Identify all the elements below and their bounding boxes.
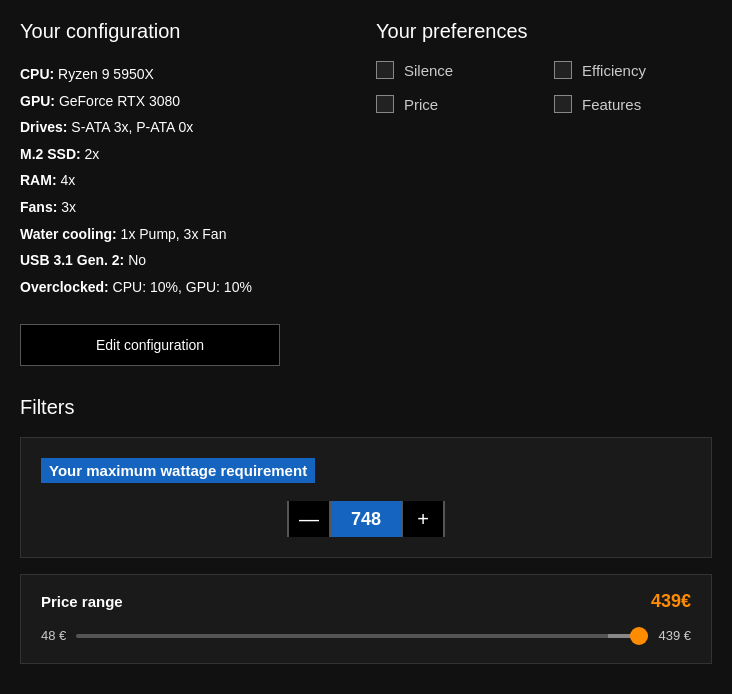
preference-label-price: Price <box>404 96 438 113</box>
preference-checkbox-features[interactable] <box>554 95 572 113</box>
preference-label-features: Features <box>582 96 641 113</box>
preferences-section: Your preferences Silence Efficiency Pric… <box>376 20 712 366</box>
config-list-item: Drives: S-ATA 3x, P-ATA 0x <box>20 114 356 141</box>
config-item-label: GPU: <box>20 93 55 109</box>
config-item-label: Fans: <box>20 199 57 215</box>
preference-item-efficiency: Efficiency <box>554 61 712 79</box>
config-item-label: Water cooling: <box>20 226 117 242</box>
wattage-right-separator <box>443 501 445 537</box>
config-item-value: No <box>124 252 146 268</box>
config-item-value: 3x <box>57 199 76 215</box>
wattage-decrease-button[interactable]: — <box>289 501 329 537</box>
config-item-label: Overclocked: <box>20 279 109 295</box>
wattage-card: Your maximum wattage requirement — 748 + <box>20 437 712 558</box>
config-item-label: USB 3.1 Gen. 2: <box>20 252 124 268</box>
preference-item-silence: Silence <box>376 61 534 79</box>
price-range-slider[interactable] <box>76 634 648 638</box>
wattage-controls: — 748 + <box>41 501 691 537</box>
preferences-title: Your preferences <box>376 20 712 43</box>
config-list-item: M.2 SSD: 2x <box>20 141 356 168</box>
config-item-value: GeForce RTX 3080 <box>55 93 180 109</box>
config-item-value: 2x <box>81 146 100 162</box>
config-item-value: Ryzen 9 5950X <box>54 66 154 82</box>
config-item-label: CPU: <box>20 66 54 82</box>
config-list-item: Overclocked: CPU: 10%, GPU: 10% <box>20 274 356 301</box>
wattage-increase-button[interactable]: + <box>403 501 443 537</box>
config-item-label: M.2 SSD: <box>20 146 81 162</box>
preferences-grid: Silence Efficiency Price Features <box>376 61 712 113</box>
preference-label-silence: Silence <box>404 62 453 79</box>
config-list-item: CPU: Ryzen 9 5950X <box>20 61 356 88</box>
edit-configuration-button[interactable]: Edit configuration <box>20 324 280 366</box>
configuration-title: Your configuration <box>20 20 356 43</box>
preference-checkbox-efficiency[interactable] <box>554 61 572 79</box>
preference-item-features: Features <box>554 95 712 113</box>
config-item-value: CPU: 10%, GPU: 10% <box>109 279 252 295</box>
config-list-item: GPU: GeForce RTX 3080 <box>20 88 356 115</box>
preference-label-efficiency: Efficiency <box>582 62 646 79</box>
filters-section: Filters Your maximum wattage requirement… <box>20 396 712 664</box>
config-item-value: 1x Pump, 3x Fan <box>117 226 227 242</box>
price-range-card: Price range 439€ 48 € 439 € <box>20 574 712 664</box>
wattage-label: Your maximum wattage requirement <box>41 458 315 483</box>
slider-min-label: 48 € <box>41 628 66 643</box>
price-range-label: Price range <box>41 593 123 610</box>
price-range-value: 439€ <box>651 591 691 612</box>
filters-title: Filters <box>20 396 712 419</box>
config-list-item: Fans: 3x <box>20 194 356 221</box>
config-item-label: RAM: <box>20 172 57 188</box>
preference-checkbox-silence[interactable] <box>376 61 394 79</box>
preference-item-price: Price <box>376 95 534 113</box>
config-item-value: 4x <box>57 172 76 188</box>
config-item-label: Drives: <box>20 119 67 135</box>
config-list-item: USB 3.1 Gen. 2: No <box>20 247 356 274</box>
slider-max-label: 439 € <box>658 628 691 643</box>
preference-checkbox-price[interactable] <box>376 95 394 113</box>
price-card-header: Price range 439€ <box>41 591 691 612</box>
slider-row: 48 € 439 € <box>41 628 691 643</box>
config-item-value: S-ATA 3x, P-ATA 0x <box>67 119 193 135</box>
config-list: CPU: Ryzen 9 5950XGPU: GeForce RTX 3080D… <box>20 61 356 300</box>
configuration-section: Your configuration CPU: Ryzen 9 5950XGPU… <box>20 20 356 366</box>
config-list-item: Water cooling: 1x Pump, 3x Fan <box>20 221 356 248</box>
wattage-value: 748 <box>331 501 401 537</box>
config-list-item: RAM: 4x <box>20 167 356 194</box>
